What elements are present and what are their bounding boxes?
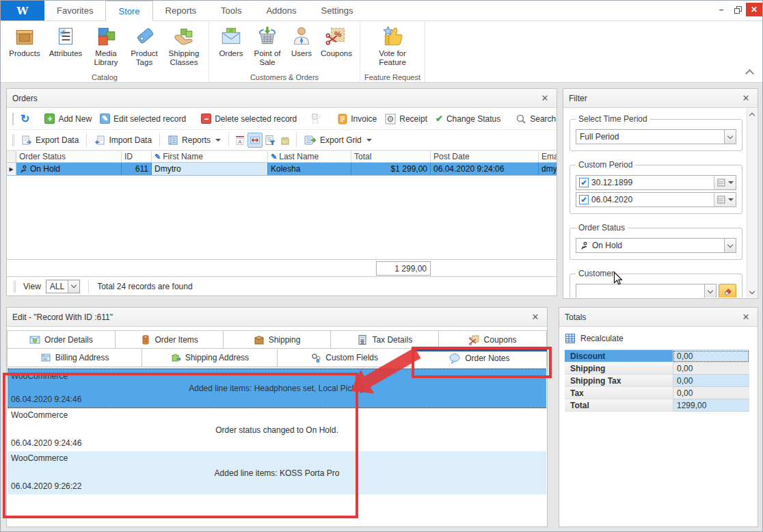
menu-favorites[interactable]: Favorites <box>44 1 105 21</box>
filter-button[interactable] <box>263 133 278 148</box>
ribbon-users[interactable]: Users <box>286 23 317 58</box>
col-post-date[interactable]: Post Date <box>431 151 539 162</box>
col-email[interactable]: Email <box>539 151 557 162</box>
search-button[interactable]: Search <box>511 111 560 127</box>
shipping-value[interactable]: 0,00 <box>673 362 749 375</box>
refresh-button[interactable]: ↻ <box>16 110 34 127</box>
ribbon-vote-for-feature[interactable]: Vote for Feature <box>370 23 415 66</box>
filter-close-icon[interactable]: ✕ <box>740 93 752 103</box>
cell-order-status[interactable]: On Hold <box>16 163 122 175</box>
date-to-checkbox[interactable]: ✔ <box>579 195 589 204</box>
ribbon-point-of-sale[interactable]: Point of Sale <box>249 23 286 66</box>
ribbon-coupons[interactable]: % Coupons <box>317 23 356 58</box>
tab-tax-details[interactable]: Tax Details <box>331 330 439 349</box>
col-first-name[interactable]: ✎First Name <box>152 151 268 162</box>
time-period-select[interactable]: Full Period <box>576 129 736 144</box>
import-data-button[interactable]: Import Data <box>90 133 156 148</box>
grid-empty-area <box>7 176 557 259</box>
cell-last-name[interactable]: Kolesha <box>268 163 351 175</box>
edit-record-button[interactable]: ✎Edit selected record <box>96 111 190 126</box>
note-text: Added line items: Headphones set, Local … <box>189 384 365 393</box>
order-status-select[interactable]: On Hold <box>576 238 736 253</box>
total-value[interactable]: 1299,00 <box>673 399 749 412</box>
menu-tools[interactable]: Tools <box>209 1 254 21</box>
date-to-editor[interactable]: ✔ 06.04.2020 <box>576 192 736 207</box>
orders-close-icon[interactable]: ✕ <box>539 93 551 103</box>
ribbon-collapse-icon[interactable] <box>745 69 754 78</box>
menu-reports[interactable]: Reports <box>153 1 209 21</box>
tab-shipping[interactable]: Shipping <box>224 330 332 349</box>
customer-arrow[interactable] <box>704 284 716 297</box>
ribbon-group-customers-orders: Orders Point of Sale Users % Coupons Cus… <box>209 21 360 82</box>
cell-post-date[interactable]: 06.04.2020 9:24:06 <box>431 163 539 175</box>
add-new-button[interactable]: +Add New <box>40 111 96 126</box>
cell-email[interactable]: dmytro <box>539 163 557 175</box>
app-logo-icon[interactable]: W <box>1 1 44 21</box>
note-item[interactable]: WooCommerce Added line items: KOSS Porta… <box>8 451 546 494</box>
time-period-arrow[interactable] <box>724 130 736 144</box>
date-from-editor[interactable]: ✔ 30.12.1899 <box>576 175 736 190</box>
note-text: Added line items: KOSS Porta Pro <box>215 468 340 478</box>
tax-value[interactable]: 0,00 <box>673 387 749 399</box>
best-fit-rows-button[interactable]: A <box>232 133 247 148</box>
note-item[interactable]: WooCommerce Order status changed to On H… <box>8 408 546 451</box>
discount-value[interactable]: 0,00 <box>673 350 749 362</box>
ribbon-shipping-classes[interactable]: Shipping Classes <box>163 23 204 66</box>
date-from-calendar-button[interactable] <box>714 176 736 189</box>
customer-clear-button[interactable] <box>719 284 736 297</box>
ribbon-product-tags[interactable]: Product Tags <box>125 23 163 66</box>
menu-settings[interactable]: Settings <box>309 1 366 21</box>
tab-order-notes[interactable]: Order Notes <box>412 349 547 367</box>
date-to-calendar-button[interactable] <box>714 193 736 207</box>
date-from-checkbox[interactable]: ✔ <box>579 178 589 187</box>
restore-button[interactable] <box>729 3 746 16</box>
note-date: 06.04.2020 9:24:46 <box>11 438 81 448</box>
scroll-down-button[interactable] <box>747 287 757 297</box>
cell-first-name[interactable]: Dmytro <box>152 163 268 175</box>
tab-coupons[interactable]: Coupons <box>439 330 547 349</box>
tab-order-items[interactable]: Order Items <box>116 330 224 349</box>
note-item-selected[interactable]: WooCommerce Added line items: Headphones… <box>8 369 546 408</box>
col-id[interactable]: ID <box>122 151 152 162</box>
col-total[interactable]: Total <box>351 151 431 162</box>
order-status-arrow[interactable] <box>724 239 736 252</box>
invoice-button[interactable]: Invoice <box>334 111 381 127</box>
view-select[interactable]: ALL <box>46 280 80 293</box>
tab-shipping-address[interactable]: Shipping Address <box>142 349 277 367</box>
shipping-tax-value[interactable]: 0,00 <box>673 375 749 387</box>
scroll-up-button[interactable] <box>747 109 757 120</box>
receipt-button[interactable]: Receipt <box>381 111 431 127</box>
best-fit-columns-button[interactable] <box>247 133 263 148</box>
view-select-arrow[interactable] <box>68 280 79 293</box>
minimize-button[interactable]: – <box>713 3 729 16</box>
multi-select-button[interactable] <box>308 111 327 127</box>
export-data-button[interactable]: Export Data <box>17 133 83 148</box>
reports-dropdown[interactable]: Reports <box>163 133 225 148</box>
tab-billing-address[interactable]: Billing Address <box>7 349 142 367</box>
ribbon-media-library[interactable]: Media Library <box>87 23 125 66</box>
ribbon-products[interactable]: Products <box>5 23 44 58</box>
menu-store[interactable]: Store <box>105 1 152 21</box>
tab-custom-fields[interactable]: i Custom Fields <box>278 349 412 367</box>
cell-id[interactable]: 611 <box>122 163 152 175</box>
order-row-selected[interactable]: ▶ On Hold 611 Dmytro Kolesha $1 299,00 0… <box>7 163 557 176</box>
col-order-status[interactable]: Order Status <box>16 151 122 162</box>
export-grid-dropdown[interactable]: Export Grid <box>300 133 376 148</box>
recalculate-button[interactable]: Recalculate <box>559 327 758 348</box>
totals-close-icon[interactable]: ✕ <box>740 312 752 322</box>
filter-scrollbar[interactable] <box>747 109 757 297</box>
cell-total[interactable]: $1 299,00 <box>351 163 431 175</box>
col-last-name[interactable]: ✎Last Name <box>268 151 351 162</box>
time-period-group: Select Time Period Full Period <box>570 114 742 151</box>
column-chooser-button[interactable] <box>278 133 293 148</box>
menu-addons[interactable]: Addons <box>254 1 308 21</box>
ribbon-group-feature-request: Vote for Feature Feature Request <box>360 21 425 82</box>
edit-close-icon[interactable]: ✕ <box>529 312 541 322</box>
customer-select[interactable] <box>576 284 717 297</box>
change-status-button[interactable]: ✔Change Status <box>431 111 505 126</box>
ribbon-orders[interactable]: Orders <box>213 23 249 58</box>
delete-record-button[interactable]: −Delete selected record <box>197 111 301 126</box>
close-button[interactable]: ✕ <box>746 3 762 16</box>
ribbon-attributes[interactable]: Attributes <box>44 23 87 58</box>
tab-order-details[interactable]: Order Details <box>7 330 116 349</box>
